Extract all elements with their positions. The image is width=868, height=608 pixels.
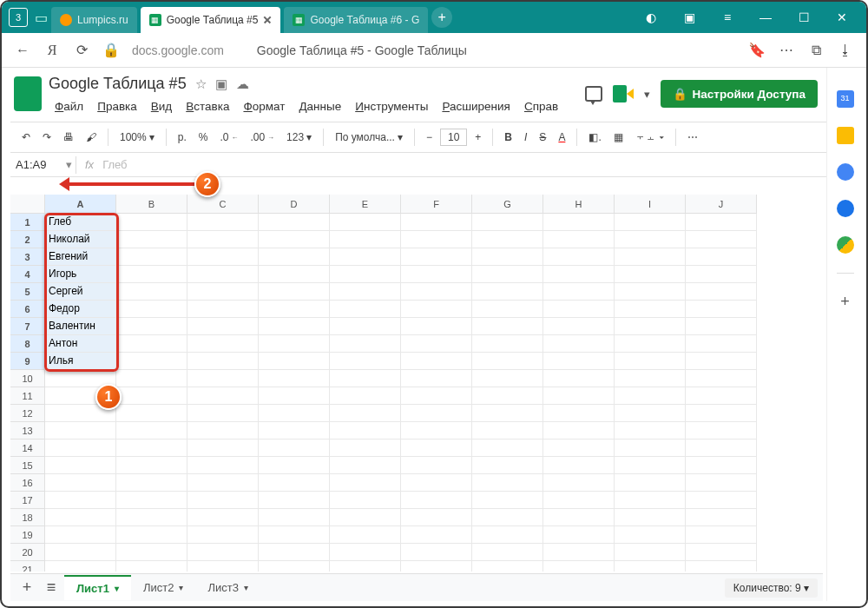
row-header[interactable]: 10 bbox=[10, 370, 45, 387]
cell[interactable] bbox=[543, 387, 615, 405]
cell[interactable] bbox=[116, 422, 187, 439]
reload-button[interactable]: ⟳ bbox=[73, 42, 90, 59]
browser-tab-active[interactable]: ▦ Google Таблица #5 bbox=[141, 7, 281, 33]
menu-вставка[interactable]: Вставка bbox=[180, 96, 235, 116]
cell[interactable] bbox=[615, 492, 686, 509]
cell[interactable] bbox=[472, 509, 543, 526]
more-button[interactable]: ⋯ bbox=[778, 42, 795, 59]
cell[interactable] bbox=[330, 318, 401, 335]
cell[interactable] bbox=[330, 283, 401, 301]
menu-формат[interactable]: Формат bbox=[237, 96, 291, 116]
cell[interactable] bbox=[116, 248, 187, 266]
lock-icon[interactable]: 🔒 bbox=[102, 42, 120, 59]
cell[interactable] bbox=[472, 439, 543, 457]
cell[interactable] bbox=[45, 509, 116, 526]
cell[interactable] bbox=[686, 335, 757, 353]
font-size-dec[interactable]: − bbox=[422, 128, 437, 147]
cell[interactable] bbox=[330, 301, 401, 318]
cell[interactable] bbox=[401, 266, 472, 283]
row-header[interactable]: 9 bbox=[10, 353, 45, 370]
cell[interactable] bbox=[615, 214, 686, 231]
cell[interactable] bbox=[401, 387, 472, 405]
cell[interactable] bbox=[615, 335, 686, 353]
cell[interactable] bbox=[259, 301, 330, 318]
namebox-dropdown-icon[interactable]: ▾ bbox=[62, 158, 76, 171]
cell[interactable] bbox=[330, 387, 401, 405]
cell[interactable] bbox=[686, 318, 757, 335]
cell[interactable] bbox=[615, 318, 686, 335]
italic-button[interactable]: I bbox=[520, 128, 531, 147]
select-all-corner[interactable] bbox=[10, 195, 45, 214]
cell[interactable] bbox=[472, 335, 543, 353]
cell[interactable] bbox=[401, 492, 472, 509]
row-header[interactable]: 2 bbox=[10, 231, 45, 248]
cell[interactable] bbox=[472, 405, 543, 422]
text-color-button[interactable]: A bbox=[554, 128, 569, 147]
cell[interactable]: Николай bbox=[45, 231, 116, 248]
cell[interactable] bbox=[45, 422, 116, 439]
cell[interactable]: Илья bbox=[45, 353, 116, 370]
cell[interactable] bbox=[330, 353, 401, 370]
cell[interactable] bbox=[401, 370, 472, 387]
cell[interactable] bbox=[259, 353, 330, 370]
cell[interactable] bbox=[259, 405, 330, 422]
cell[interactable] bbox=[472, 457, 543, 474]
menu-правка[interactable]: Правка bbox=[91, 96, 143, 116]
cell[interactable] bbox=[116, 353, 187, 370]
cell[interactable] bbox=[615, 422, 686, 439]
cell[interactable] bbox=[116, 283, 187, 301]
cell[interactable] bbox=[401, 248, 472, 266]
all-sheets-button[interactable]: ≡ bbox=[40, 577, 62, 599]
cell[interactable] bbox=[472, 248, 543, 266]
comments-icon[interactable] bbox=[585, 86, 602, 102]
cell[interactable] bbox=[472, 544, 543, 561]
cell[interactable] bbox=[116, 405, 187, 422]
cell[interactable] bbox=[259, 544, 330, 561]
cell[interactable]: Игорь bbox=[45, 266, 116, 283]
cell[interactable] bbox=[330, 335, 401, 353]
dec-decrease-button[interactable]: .0← bbox=[215, 128, 242, 147]
row-header[interactable]: 11 bbox=[10, 387, 45, 405]
menu-данные[interactable]: Данные bbox=[293, 96, 347, 116]
copy-icon[interactable]: ⧉ bbox=[807, 42, 825, 59]
zoom-select[interactable]: 100% ▾ bbox=[115, 128, 159, 147]
cell[interactable] bbox=[187, 405, 259, 422]
cell[interactable] bbox=[259, 335, 330, 353]
row-header[interactable]: 14 bbox=[10, 439, 45, 457]
cell[interactable] bbox=[401, 509, 472, 526]
cell[interactable] bbox=[543, 422, 615, 439]
cell[interactable] bbox=[401, 318, 472, 335]
row-header[interactable]: 20 bbox=[10, 544, 45, 561]
row-header[interactable]: 16 bbox=[10, 474, 45, 492]
cell[interactable] bbox=[187, 335, 259, 353]
cell[interactable] bbox=[116, 526, 187, 544]
cell[interactable] bbox=[187, 318, 259, 335]
cell[interactable] bbox=[472, 301, 543, 318]
cell[interactable] bbox=[472, 526, 543, 544]
cell[interactable] bbox=[45, 439, 116, 457]
more-formats-button[interactable]: 123▾ bbox=[282, 128, 316, 147]
cell[interactable] bbox=[543, 492, 615, 509]
cell[interactable] bbox=[686, 509, 757, 526]
calendar-icon[interactable]: 31 bbox=[837, 90, 854, 108]
bookmark-icon[interactable]: 🔖 bbox=[748, 42, 766, 59]
cell[interactable] bbox=[472, 387, 543, 405]
cell[interactable] bbox=[116, 474, 187, 492]
cell[interactable] bbox=[543, 544, 615, 561]
formula-input[interactable]: Глеб bbox=[102, 158, 127, 171]
row-header[interactable]: 21 bbox=[10, 561, 45, 572]
cell[interactable] bbox=[259, 283, 330, 301]
cell[interactable] bbox=[615, 353, 686, 370]
redo-button[interactable]: ↷ bbox=[38, 128, 56, 147]
cell[interactable] bbox=[116, 370, 187, 387]
cell[interactable] bbox=[401, 526, 472, 544]
cell[interactable] bbox=[472, 370, 543, 387]
cell[interactable] bbox=[259, 231, 330, 248]
cell[interactable] bbox=[543, 474, 615, 492]
cell[interactable]: Глеб bbox=[45, 214, 116, 231]
share-button[interactable]: 🔒 Настройки Доступа bbox=[661, 80, 818, 108]
selection-count[interactable]: Количество: 9 ▾ bbox=[725, 578, 818, 598]
cell[interactable] bbox=[259, 214, 330, 231]
cell[interactable] bbox=[686, 457, 757, 474]
cell[interactable] bbox=[330, 422, 401, 439]
